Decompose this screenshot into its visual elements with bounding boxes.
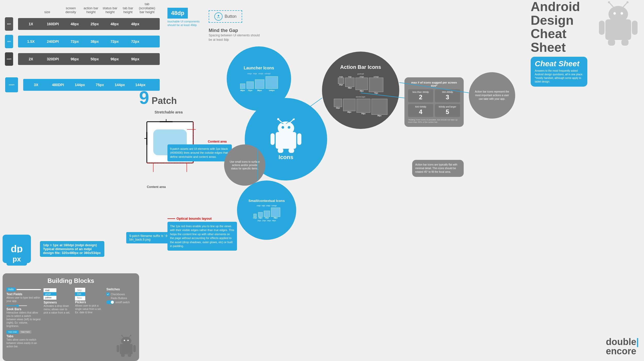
table-row: MDPI 1X 160DPI 48px 25px 48px 48px bbox=[0, 16, 160, 32]
toggle-label: on/off switch bbox=[115, 301, 130, 304]
nine-patch-number: 9 bbox=[139, 88, 149, 108]
picker-nov: Nov bbox=[75, 296, 85, 300]
optical-bounds-title: Optical bounds layout bbox=[167, 217, 237, 220]
bb-left-col: Hello Text Fields Allows user to type te… bbox=[6, 288, 41, 348]
small-icons-title: Small/contextual Icons bbox=[249, 199, 285, 203]
action-bar-icons-title: Action Bar Icons bbox=[340, 64, 381, 70]
col-header-tabscroll: tab (scrollable) bar height bbox=[137, 2, 157, 14]
small-mdpi-size: 12px bbox=[253, 217, 257, 219]
ab-xhdpi-plabel: xhdpi bbox=[360, 76, 364, 78]
launcher-icon-xhdpi: 96px bbox=[255, 79, 264, 92]
launcher-xxhdpi-size: 144px bbox=[269, 89, 275, 92]
small-icons-bubble: Small/contextual Icons mdpi hdpi xhdpi x… bbox=[237, 180, 296, 240]
svg-point-39 bbox=[282, 126, 284, 129]
table-row: XHDPI 2X 320DPI 96px 50px 96px 96px bbox=[0, 51, 160, 67]
max-500-599-count: 4 bbox=[410, 108, 432, 116]
ab-mdpi-pbox bbox=[338, 78, 344, 84]
cheat-sheet-title: Cheat Sheet bbox=[535, 60, 583, 68]
small-icon-xhdpi: 24px bbox=[264, 211, 270, 219]
seek-bars-title: Seek Bars bbox=[6, 307, 41, 311]
svg-point-40 bbox=[288, 126, 290, 129]
xxhdpi-tablet: XXHDPI bbox=[5, 77, 18, 92]
icons-center-label: Icons bbox=[278, 154, 293, 161]
pickers-demo: Sep Oct Nov bbox=[75, 288, 85, 300]
mdpi-tabscroll: 48px bbox=[125, 22, 146, 26]
table-row: HDPI 1.5X 240DPI 72px 38px 72px 72px bbox=[0, 34, 160, 49]
launcher-icons-labels: mdpi hdpi xhdpi xxhdpi bbox=[247, 72, 270, 75]
small-mdpi-label: mdpi bbox=[257, 205, 260, 207]
xxhdpi-density: 480DPI bbox=[46, 83, 70, 87]
svg-point-44 bbox=[293, 118, 295, 120]
bb-robot-svg bbox=[116, 334, 137, 357]
button-demo: Button bbox=[209, 10, 242, 23]
mdpi-density: 160DPI bbox=[41, 22, 64, 26]
max-360-499-count: 3 bbox=[436, 94, 459, 101]
svg-point-19 bbox=[121, 335, 123, 336]
spinner-item-gmail: gmail bbox=[44, 292, 56, 296]
button-demo-container: Button Mind the Gap Spacing between UI e… bbox=[209, 8, 260, 42]
svg-point-38 bbox=[278, 121, 294, 135]
content-area-label: Content area bbox=[208, 140, 227, 143]
table-row: XXHDPI 3X 480DPI 144px 75px 144px 144px bbox=[0, 77, 160, 93]
optical-bounds-desc: The 1px red lines enable you to line up … bbox=[167, 222, 237, 251]
seekbar-fill bbox=[6, 305, 17, 306]
stretchable-area-label: Stretchable area bbox=[155, 110, 183, 114]
cheat-sheet-desc: Answers to the most frequently asked And… bbox=[535, 69, 583, 84]
launcher-mdpi-label: mdpi bbox=[247, 72, 252, 75]
pickers-title: Pickers bbox=[75, 300, 104, 304]
svg-rect-11 bbox=[608, 39, 615, 46]
cheat-sheet-bubble: Cheat Sheet Answers to the most frequent… bbox=[531, 57, 587, 87]
nine-patch-section: the 9 Patch Stretchable area bbox=[139, 85, 237, 191]
hdpi-status: 38px bbox=[85, 39, 104, 44]
svg-rect-10 bbox=[632, 21, 638, 35]
svg-point-16 bbox=[128, 340, 129, 341]
svg-rect-48 bbox=[289, 148, 294, 153]
svg-rect-22 bbox=[133, 345, 136, 352]
radio-label: Radio Buttons bbox=[111, 297, 127, 300]
text-fields-desc: Allows user to type text within your app… bbox=[6, 296, 41, 303]
px-label: px bbox=[13, 255, 21, 263]
ab-hdpi-plabel: hdpi bbox=[348, 76, 351, 78]
xhdpi-device-icon: XHDPI bbox=[0, 51, 18, 67]
picker-sep: Sep bbox=[75, 288, 85, 292]
svg-line-42 bbox=[290, 119, 293, 122]
mdpi-status: 25px bbox=[85, 22, 104, 26]
tab-one[interactable]: TAB ONE bbox=[6, 330, 19, 334]
mdpi-multiplier: 1X bbox=[21, 22, 41, 26]
xhdpi-density: 320DPI bbox=[41, 57, 64, 61]
max-icons-grid: less than 360dp 2 360-499dp 3 500-599dp … bbox=[408, 89, 460, 117]
hdpi-multiplier: 1.5X bbox=[21, 39, 41, 44]
ab-xxhdpi-lsize: 96px bbox=[377, 115, 382, 117]
xhdpi-multiplier: 2X bbox=[21, 57, 41, 61]
checkbox-label: Checkboxes bbox=[111, 293, 125, 296]
xxhdpi-tab: 144px bbox=[109, 83, 130, 87]
logo-encore: encore bbox=[606, 347, 639, 356]
dp-px-desc: 1dp = 1px at 160dpi (mdpi design)Typical… bbox=[40, 241, 104, 257]
logo-bar-icon: | bbox=[636, 337, 639, 347]
spinners-title: Spinners bbox=[44, 301, 72, 304]
ab-mdpi-lbox bbox=[334, 99, 342, 107]
max-less360-count: 2 bbox=[410, 94, 432, 101]
svg-point-43 bbox=[277, 118, 279, 120]
nine-patch-assets-text: 9-patch assets are UI elements with 1px … bbox=[170, 147, 228, 158]
xhdpi-tabscroll: 96px bbox=[125, 57, 146, 61]
tab-two[interactable]: TAB TWO bbox=[19, 330, 32, 334]
launcher-hdpi-box bbox=[247, 81, 254, 89]
svg-line-6 bbox=[623, 3, 627, 7]
pickers-desc: Allows user to pick a single value from … bbox=[75, 304, 104, 314]
nine-patch-assets-desc: 9-patch assets are UI elements with 1px … bbox=[167, 144, 232, 161]
xxhdpi-status: 75px bbox=[90, 83, 109, 87]
svg-point-15 bbox=[124, 340, 125, 341]
ab-hdpi-lsize: 48px bbox=[347, 111, 351, 113]
max-icons-title: max # of icons sugged per screen size* bbox=[408, 81, 460, 87]
pickers-section: Sep Oct Nov Pickers Allows user to pick … bbox=[75, 288, 104, 314]
svg-point-2 bbox=[608, 6, 628, 22]
action-bar-desc-text: Action bar icons represent the most impo… bbox=[474, 90, 510, 101]
logo-encore-text: encore bbox=[606, 346, 636, 356]
ab-xhdpi-pbox bbox=[355, 78, 368, 90]
max-icons-bubble: max # of icons sugged per screen size* l… bbox=[404, 77, 464, 127]
tabs-title: Tabs bbox=[6, 334, 41, 338]
spinners-desc: Activates a drop down menu; allows user … bbox=[44, 304, 72, 314]
small-hdpi2: 24px bbox=[262, 220, 266, 221]
dp48-value: 48dp bbox=[167, 8, 188, 19]
